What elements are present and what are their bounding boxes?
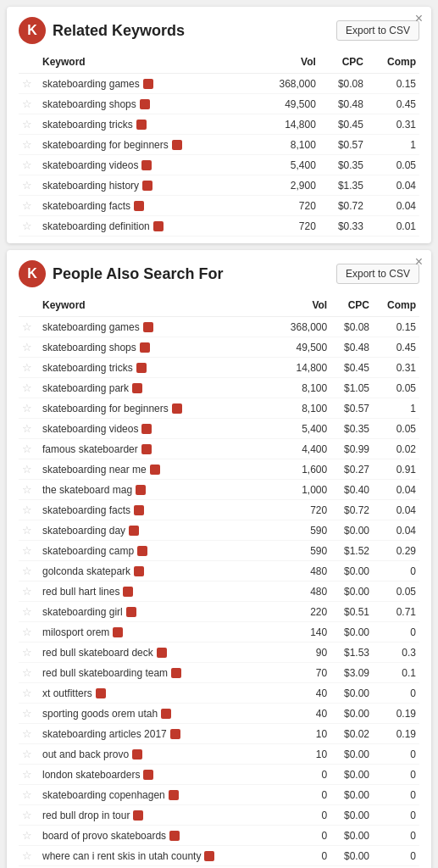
panel2-header: K People Also Search For Export to CSV <box>19 260 419 287</box>
star-cell[interactable]: ☆ <box>19 622 39 643</box>
star-cell[interactable]: ☆ <box>19 94 39 114</box>
star-cell[interactable]: ☆ <box>19 826 39 846</box>
star-cell[interactable]: ☆ <box>19 155 39 175</box>
keyword-icon <box>140 99 150 109</box>
star-cell[interactable]: ☆ <box>19 459 39 480</box>
star-icon[interactable]: ☆ <box>22 97 36 110</box>
keyword-text: red bull drop in tour <box>42 810 130 821</box>
star-cell[interactable]: ☆ <box>19 480 39 500</box>
keyword-icon <box>134 505 144 515</box>
star-icon[interactable]: ☆ <box>22 402 36 415</box>
star-icon[interactable]: ☆ <box>22 381 36 394</box>
star-cell[interactable]: ☆ <box>19 358 39 378</box>
table-row: ☆skateboarding games368,000$0.080.15 <box>19 74 419 94</box>
keyword-text: skateboarding videos <box>42 159 138 171</box>
star-icon[interactable]: ☆ <box>22 727 36 740</box>
table-row: ☆skateboarding videos5,400$0.350.05 <box>19 155 419 175</box>
star-icon[interactable]: ☆ <box>22 646 36 659</box>
star-icon[interactable]: ☆ <box>22 565 36 577</box>
star-cell[interactable]: ☆ <box>19 135 39 155</box>
comp-cell: 0.31 <box>367 114 419 135</box>
keyword-text: skateboarding facts <box>42 200 130 212</box>
star-cell[interactable]: ☆ <box>19 663 39 683</box>
star-cell[interactable]: ☆ <box>19 846 39 866</box>
keyword-text: board of provo skateboards <box>42 830 166 842</box>
star-icon[interactable]: ☆ <box>22 118 36 131</box>
keyword-cell: skateboarding games <box>39 74 255 94</box>
keyword-text: xt outfitters <box>42 687 92 699</box>
star-cell[interactable]: ☆ <box>19 175 39 196</box>
star-cell[interactable]: ☆ <box>19 378 39 398</box>
comp-cell: 0.15 <box>373 317 419 337</box>
star-icon[interactable]: ☆ <box>22 341 36 353</box>
star-icon[interactable]: ☆ <box>22 748 36 760</box>
comp-cell: 0.31 <box>373 358 419 378</box>
keyword-cell: out and back provo <box>39 744 274 765</box>
keyword-text: skateboarding day <box>42 525 125 537</box>
star-cell[interactable]: ☆ <box>19 337 39 358</box>
cpc-cell: $0.51 <box>330 602 373 622</box>
star-icon[interactable]: ☆ <box>22 179 36 192</box>
comp-cell: 0.04 <box>373 520 419 541</box>
star-icon[interactable]: ☆ <box>22 524 36 537</box>
star-icon[interactable]: ☆ <box>22 687 36 699</box>
star-icon[interactable]: ☆ <box>22 422 36 435</box>
star-cell[interactable]: ☆ <box>19 398 39 419</box>
table-row: ☆skateboarding copenhagen0$0.000 <box>19 785 419 805</box>
star-icon[interactable]: ☆ <box>22 707 36 720</box>
star-icon[interactable]: ☆ <box>22 361 36 374</box>
star-icon[interactable]: ☆ <box>22 585 36 598</box>
star-icon[interactable]: ☆ <box>22 626 36 638</box>
close-button-2[interactable]: × <box>415 255 423 269</box>
star-icon[interactable]: ☆ <box>22 829 36 842</box>
star-icon[interactable]: ☆ <box>22 442 36 455</box>
star-icon[interactable]: ☆ <box>22 788 36 801</box>
star-cell[interactable]: ☆ <box>19 561 39 581</box>
star-cell[interactable]: ☆ <box>19 581 39 602</box>
star-icon[interactable]: ☆ <box>22 504 36 516</box>
star-icon[interactable]: ☆ <box>22 320 36 333</box>
star-icon[interactable]: ☆ <box>22 159 36 171</box>
star-cell[interactable]: ☆ <box>19 744 39 765</box>
star-icon[interactable]: ☆ <box>22 199 36 212</box>
star-cell[interactable]: ☆ <box>19 541 39 561</box>
keyword-cell: skateboarding tricks <box>39 114 255 135</box>
star-icon[interactable]: ☆ <box>22 849 36 862</box>
keyword-text: skateboarding facts <box>42 504 130 516</box>
star-cell[interactable]: ☆ <box>19 765 39 785</box>
star-icon[interactable]: ☆ <box>22 463 36 476</box>
cpc-cell: $1.53 <box>330 643 373 663</box>
star-cell[interactable]: ☆ <box>19 704 39 724</box>
star-cell[interactable]: ☆ <box>19 683 39 704</box>
star-cell[interactable]: ☆ <box>19 724 39 744</box>
star-cell[interactable]: ☆ <box>19 439 39 459</box>
star-cell[interactable]: ☆ <box>19 419 39 439</box>
star-icon[interactable]: ☆ <box>22 768 36 781</box>
star-icon[interactable]: ☆ <box>22 544 36 557</box>
star-icon[interactable]: ☆ <box>22 220 36 232</box>
star-icon[interactable]: ☆ <box>22 77 36 90</box>
star-cell[interactable]: ☆ <box>19 317 39 337</box>
export-csv-button-1[interactable]: Export to CSV <box>336 20 419 41</box>
star-cell[interactable]: ☆ <box>19 74 39 94</box>
star-cell[interactable]: ☆ <box>19 520 39 541</box>
star-cell[interactable]: ☆ <box>19 602 39 622</box>
star-icon[interactable]: ☆ <box>22 138 36 151</box>
close-button-1[interactable]: × <box>415 12 423 25</box>
export-csv-button-2[interactable]: Export to CSV <box>336 264 419 284</box>
star-icon[interactable]: ☆ <box>22 809 36 821</box>
star-icon[interactable]: ☆ <box>22 666 36 679</box>
star-cell[interactable]: ☆ <box>19 785 39 805</box>
star-cell[interactable]: ☆ <box>19 216 39 236</box>
keyword-text: skateboarding games <box>42 78 140 90</box>
star-cell[interactable]: ☆ <box>19 805 39 826</box>
star-cell[interactable]: ☆ <box>19 643 39 663</box>
vol-cell: 10 <box>274 744 330 765</box>
table-row: ☆red bull drop in tour0$0.000 <box>19 805 419 826</box>
star-icon[interactable]: ☆ <box>22 605 36 618</box>
star-cell[interactable]: ☆ <box>19 500 39 520</box>
star-cell[interactable]: ☆ <box>19 114 39 135</box>
keyword-text: skateboarding near me <box>42 464 147 476</box>
star-cell[interactable]: ☆ <box>19 196 39 216</box>
star-icon[interactable]: ☆ <box>22 483 36 496</box>
